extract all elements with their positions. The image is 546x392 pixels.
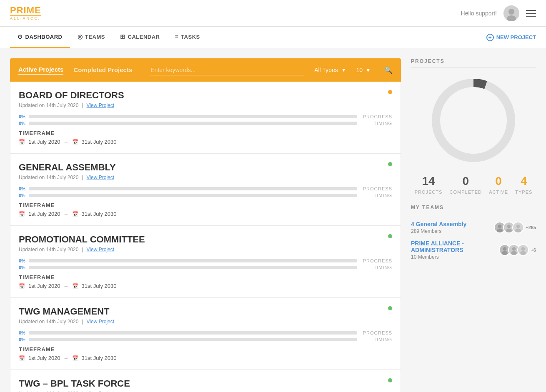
filter-arrow-icon: ▼ (341, 67, 346, 73)
svg-point-18 (512, 247, 516, 251)
right-panel: PROJECTS 14 PROJECTS 0 COMPLETED 0 ACTIV… (411, 58, 536, 392)
svg-point-7 (497, 229, 503, 233)
stat-active: 0 ACTIVE (489, 175, 508, 195)
left-panel: Active Projects Completed Projects All T… (10, 58, 401, 392)
team-members: 289 Members (411, 228, 494, 234)
stat-completed: 0 COMPLETED (450, 175, 482, 195)
svg-point-21 (521, 247, 525, 251)
project-view-link[interactable]: View Project (87, 319, 114, 325)
stat-projects-label: PROJECTS (415, 190, 443, 195)
project-updated: Updated on 14th July 2020 (19, 102, 78, 108)
stat-active-count: 0 (489, 175, 508, 188)
timeframe-section: TIMEFRAME 📅 1st July 2020 → 📅 31st July … (19, 202, 116, 217)
tab-active-projects[interactable]: Active Projects (18, 66, 63, 75)
cal-start-icon: 📅 (19, 139, 25, 145)
svg-point-3 (436, 83, 511, 158)
projects-section-title: PROJECTS (411, 58, 536, 68)
project-view-link[interactable]: View Project (87, 102, 114, 108)
progress-row: 0% PROGRESS (19, 330, 392, 335)
filter-dropdown[interactable]: All Types ▼ (314, 67, 346, 73)
timing-label: TIMING (359, 265, 392, 270)
new-project-button[interactable]: + NEW PROJECT (486, 34, 536, 41)
nav-item-teams[interactable]: ◎ TEAMS (70, 27, 113, 48)
donut-chart-wrap (411, 75, 536, 166)
project-body: TIMEFRAME 📅 1st July 2020 → 📅 31st July … (19, 130, 392, 145)
date-start: 1st July 2020 (28, 283, 60, 289)
svg-point-19 (511, 251, 517, 255)
stat-projects-count: 14 (415, 175, 443, 188)
timing-row: 0% TIMING (19, 121, 392, 126)
timeframe-dates: 📅 1st July 2020 → 📅 31st July 2030 (19, 355, 116, 361)
timeframe-section: TIMEFRAME 📅 1st July 2020 → 📅 31st July … (19, 346, 116, 361)
progress-row: 0% PROGRESS (19, 258, 392, 263)
timing-row: 0% TIMING (19, 193, 392, 198)
svg-point-16 (502, 251, 508, 255)
tasks-icon: ≡ (175, 33, 178, 40)
team-item-general-assembly: 4 General Assembly 289 Members +285 (411, 221, 536, 234)
avatar (503, 5, 519, 21)
project-meta: Updated on 14th July 2020 | View Project (19, 247, 145, 252)
nav-item-tasks[interactable]: ≡ TASKS (167, 27, 207, 48)
project-body: TIMEFRAME 📅 1st July 2020 → 📅 31st July … (19, 202, 392, 217)
project-meta: Updated on 14th July 2020 | View Project (19, 102, 124, 108)
nav-item-teams-label: TEAMS (85, 34, 105, 40)
teams-icon: ◎ (78, 33, 83, 40)
progress-label: PROGRESS (359, 258, 392, 263)
project-title: PROMOTIONAL COMMITTEE (19, 234, 145, 245)
project-title: TWG Management (19, 306, 114, 317)
svg-point-10 (506, 229, 512, 233)
project-separator: | (82, 319, 83, 325)
project-view-link[interactable]: View Project (87, 175, 114, 180)
svg-point-15 (503, 247, 507, 251)
nav-item-calendar[interactable]: ⊞ CALENDAR (113, 27, 167, 48)
project-meta: Updated on 14th July 2020 | View Project (19, 319, 114, 325)
project-view-link[interactable]: View Project (87, 247, 114, 252)
nav-item-calendar-label: CALENDAR (128, 34, 160, 40)
stat-types: 4 TYPES (515, 175, 532, 195)
header-right: Hello support! (461, 5, 536, 21)
nav-items: ⊙ DASHBOARD ◎ TEAMS ⊞ CALENDAR ≡ TASKS (10, 27, 486, 48)
logo-alliance: ALLIANCE. (10, 15, 41, 20)
cal-end-icon: 📅 (72, 139, 78, 145)
team-name[interactable]: 4 General Assembly (411, 221, 494, 227)
project-header: PROMOTIONAL COMMITTEE Updated on 14th Ju… (19, 234, 392, 252)
projects-list: BOARD of DIRECTORS Updated on 14th July … (10, 82, 401, 392)
stats-row: 14 PROJECTS 0 COMPLETED 0 ACTIVE 4 TYPES (411, 175, 536, 195)
project-title-wrap: TWG Management Updated on 14th July 2020… (19, 306, 114, 325)
stat-projects: 14 PROJECTS (415, 175, 443, 195)
team-info: 4 General Assembly 289 Members (411, 221, 494, 234)
nav-item-dashboard[interactable]: ⊙ DASHBOARD (10, 27, 70, 48)
progress-section: 0% PROGRESS 0% T (19, 330, 392, 342)
progress-row: 0% PROGRESS (19, 114, 392, 119)
main-content: Active Projects Completed Projects All T… (0, 48, 546, 392)
tab-completed-projects[interactable]: Completed Projects (73, 66, 132, 74)
project-updated: Updated on 14th July 2020 (19, 319, 78, 325)
project-title-wrap: GENERAL ASSEMBLY Updated on 14th July 20… (19, 162, 116, 180)
stat-active-label: ACTIVE (489, 190, 508, 195)
project-body: TIMEFRAME 📅 1st July 2020 → 📅 31st July … (19, 346, 392, 361)
new-project-icon: + (486, 34, 494, 41)
timeframe-dates: 📅 1st July 2020 → 📅 31st July 2030 (19, 283, 116, 289)
progress-bar-wrap (29, 115, 357, 118)
svg-point-9 (507, 225, 511, 228)
search-wrap (150, 65, 304, 75)
project-card-promotional-committee: PROMOTIONAL COMMITTEE Updated on 14th Ju… (10, 226, 401, 298)
count-selector[interactable]: 10 ▼ (356, 67, 371, 73)
team-name[interactable]: PRIME ALLIANCE - ADMINISTRATORS (411, 240, 499, 253)
date-start: 1st July 2020 (28, 355, 60, 361)
cal-end-icon: 📅 (72, 355, 78, 361)
search-input[interactable] (150, 65, 304, 75)
progress-section: 0% PROGRESS 0% T (19, 258, 392, 270)
project-status-dot (388, 162, 392, 166)
avatar-count: +6 (531, 247, 536, 252)
hamburger-button[interactable] (526, 10, 536, 17)
nav: ⊙ DASHBOARD ◎ TEAMS ⊞ CALENDAR ≡ TASKS +… (0, 27, 546, 48)
timeframe-title: TIMEFRAME (19, 202, 116, 208)
project-card-twg-bpl: TWG – BPL Task force Updated on 14th Jul… (10, 370, 401, 392)
search-button[interactable]: 🔍 (384, 66, 393, 74)
cal-start-icon: 📅 (19, 211, 25, 217)
timing-bar-wrap (29, 266, 357, 269)
timeframe-title: TIMEFRAME (19, 130, 116, 136)
avatar-count: +285 (526, 225, 536, 230)
project-title: TWG – BPL Task force (19, 378, 130, 389)
